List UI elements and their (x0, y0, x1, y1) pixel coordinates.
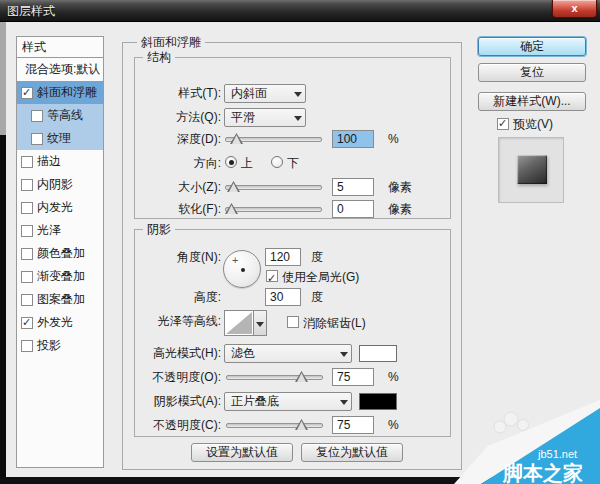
ok-button[interactable]: 确定 (478, 37, 586, 56)
reset-button[interactable]: 复位 (478, 63, 586, 82)
soften-input[interactable] (332, 200, 374, 218)
shadow-mode-label: 阴影模式(A): (137, 392, 221, 410)
sidebar-item-drop-shadow[interactable]: 投影 (17, 334, 103, 357)
gloss-contour-thumbnail[interactable] (224, 310, 254, 336)
depth-input[interactable] (332, 130, 374, 148)
antialias-label: 消除锯齿(L) (303, 314, 366, 332)
gloss-contour-dropdown[interactable] (254, 310, 267, 336)
shadow-mode-select[interactable]: 正片叠底 (224, 392, 352, 411)
new-style-button[interactable]: 新建样式(W)... (478, 92, 586, 111)
chevron-down-icon (340, 400, 348, 405)
color-overlay-checkbox[interactable] (21, 248, 33, 260)
watermark-site: jb51.net (537, 448, 577, 460)
sidebar-item-contour[interactable]: 等高线 (17, 104, 103, 127)
angle-pointer-icon: + (232, 254, 238, 266)
stroke-checkbox[interactable] (21, 156, 33, 168)
pattern-overlay-checkbox[interactable] (21, 294, 33, 306)
gloss-contour-label: 光泽等高线: (137, 312, 221, 330)
global-light-checkbox[interactable] (266, 270, 278, 282)
shadow-color-swatch[interactable] (359, 393, 397, 410)
make-default-button[interactable]: 设置为默认值 (191, 443, 293, 462)
shadow-opacity-thumb[interactable] (295, 419, 308, 430)
antialias-checkbox[interactable] (287, 316, 299, 328)
highlight-mode-label: 高光模式(H): (137, 344, 221, 362)
sidebar-item-label: 内发光 (37, 199, 73, 216)
depth-unit: % (388, 130, 399, 148)
inner-shadow-checkbox[interactable] (21, 179, 33, 191)
shadow-opacity-slider[interactable] (226, 423, 323, 428)
window-edge (0, 22, 6, 135)
contour-checkbox[interactable] (31, 110, 43, 122)
sidebar-item-label: 渐变叠加 (37, 268, 85, 285)
size-input[interactable] (332, 178, 374, 196)
shading-group: 阴影 角度(N): 度 + 使用全局光(G) 高度: 度 光泽等高线: (134, 229, 451, 437)
sidebar-item-label: 投影 (37, 337, 61, 354)
highlight-opacity-input[interactable] (332, 368, 374, 386)
sidebar-item-pattern-overlay[interactable]: 图案叠加 (17, 288, 103, 311)
drop-shadow-checkbox[interactable] (21, 340, 33, 352)
depth-slider-thumb[interactable] (230, 133, 243, 144)
direction-down-radio[interactable] (271, 156, 283, 168)
sidebar-item-label: 斜面和浮雕 (37, 84, 97, 101)
sidebar-item-label: 光泽 (37, 222, 61, 239)
sidebar-item-satin[interactable]: 光泽 (17, 219, 103, 242)
styles-list: 样式 混合选项:默认 斜面和浮雕 等高线 纹理 描边 内阴影 内发光 (16, 36, 104, 468)
technique-label: 方法(Q): (137, 108, 221, 126)
satin-checkbox[interactable] (21, 225, 33, 237)
sidebar-item-inner-glow[interactable]: 内发光 (17, 196, 103, 219)
sidebar-item-color-overlay[interactable]: 颜色叠加 (17, 242, 103, 265)
direction-up-radio[interactable] (225, 156, 237, 168)
shadow-opacity-input[interactable] (332, 416, 374, 434)
preview-label: 预览(V) (513, 116, 553, 133)
sidebar-item-gradient-overlay[interactable]: 渐变叠加 (17, 265, 103, 288)
titlebar[interactable]: 图层样式 x (0, 0, 600, 22)
close-button[interactable]: x (552, 0, 597, 18)
sidebar-item-label: 等高线 (47, 107, 83, 124)
background-edge-left (0, 135, 6, 484)
preview-checkbox[interactable] (497, 118, 509, 130)
direction-up-label: 上 (241, 154, 253, 172)
sidebar-item-stroke[interactable]: 描边 (17, 150, 103, 173)
sidebar-item-label: 颜色叠加 (37, 245, 85, 262)
direction-label: 方向: (137, 154, 221, 172)
styles-list-header: 样式 (17, 37, 103, 58)
angle-input[interactable] (265, 248, 301, 266)
altitude-input[interactable] (265, 288, 301, 306)
curl-dot (518, 420, 529, 431)
technique-select-value: 平滑 (231, 110, 255, 124)
soften-slider[interactable] (225, 207, 322, 212)
outer-glow-checkbox[interactable] (21, 317, 33, 329)
size-slider[interactable] (225, 185, 322, 190)
gradient-overlay-checkbox[interactable] (21, 271, 33, 283)
sidebar-item-outer-glow[interactable]: 外发光 (17, 311, 103, 334)
highlight-color-swatch[interactable] (359, 345, 397, 362)
sidebar-item-blending-options[interactable]: 混合选项:默认 (17, 58, 103, 81)
layer-style-dialog: 图层样式 x 样式 混合选项:默认 斜面和浮雕 等高线 纹理 描边 (0, 0, 600, 484)
soften-slider-thumb[interactable] (225, 203, 238, 214)
inner-glow-checkbox[interactable] (21, 202, 33, 214)
preview-panel (498, 137, 564, 203)
highlight-mode-select[interactable]: 滤色 (224, 344, 352, 363)
bevel-emboss-checkbox[interactable] (21, 87, 33, 99)
highlight-opacity-unit: % (388, 368, 399, 386)
texture-checkbox[interactable] (31, 133, 43, 145)
close-icon: x (571, 2, 577, 14)
style-select-value: 内斜面 (231, 86, 267, 100)
depth-slider[interactable] (225, 137, 322, 142)
reset-default-button[interactable]: 复位为默认值 (301, 443, 403, 462)
soften-label: 软化(F): (137, 200, 221, 218)
size-unit: 像素 (388, 178, 412, 196)
shadow-mode-value: 正片叠底 (231, 394, 279, 408)
size-slider-thumb[interactable] (227, 181, 240, 192)
sidebar-item-bevel-emboss[interactable]: 斜面和浮雕 (17, 81, 103, 104)
sidebar-item-texture[interactable]: 纹理 (17, 127, 103, 150)
highlight-opacity-thumb[interactable] (295, 371, 308, 382)
style-select[interactable]: 内斜面 (224, 84, 306, 103)
shading-legend: 阴影 (143, 221, 175, 238)
sidebar-item-label: 纹理 (47, 130, 71, 147)
highlight-opacity-slider[interactable] (226, 375, 323, 380)
technique-select[interactable]: 平滑 (224, 108, 306, 127)
depth-label: 深度(D): (137, 130, 221, 148)
chevron-down-icon (294, 92, 302, 97)
sidebar-item-inner-shadow[interactable]: 内阴影 (17, 173, 103, 196)
